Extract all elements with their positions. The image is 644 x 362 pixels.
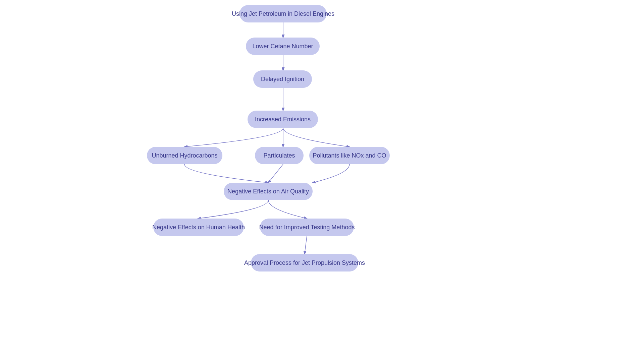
node-delayed-ignition: Delayed Ignition	[253, 70, 312, 88]
node-unburned-hydrocarbons: Unburned Hydrocarbons	[147, 147, 222, 164]
node-air-quality: Negative Effects on Air Quality	[224, 183, 313, 200]
node-testing-methods: Need for Improved Testing Methods	[260, 219, 354, 236]
svg-line-4	[268, 164, 283, 183]
node-particulates: Particulates	[255, 147, 304, 164]
node-lower-cetane: Lower Cetane Number	[246, 38, 320, 55]
diagram-container: Using Jet Petroleum in Diesel Engines Lo…	[0, 0, 644, 362]
node-root: Using Jet Petroleum in Diesel Engines	[239, 5, 327, 22]
svg-line-5	[305, 236, 307, 254]
node-human-health: Negative Effects on Human Health	[153, 219, 244, 236]
diagram-svg	[0, 0, 644, 362]
node-approval-process: Approval Process for Jet Propulsion Syst…	[251, 254, 358, 272]
node-pollutants: Pollutants like NOx and CO	[309, 147, 390, 164]
node-increased-emissions: Increased Emissions	[248, 111, 318, 128]
